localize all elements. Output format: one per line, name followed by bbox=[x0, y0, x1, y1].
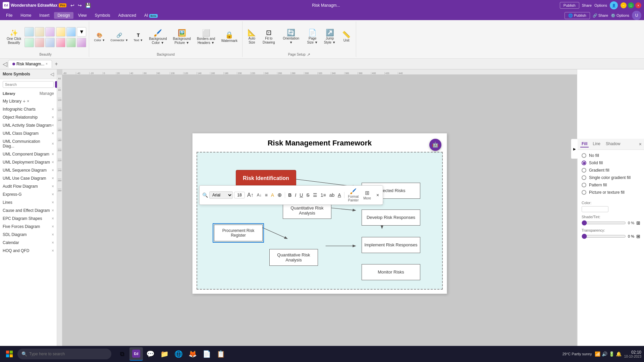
taskbar-edrawmax[interactable]: Ed bbox=[129, 347, 143, 361]
menu-file[interactable]: File bbox=[3, 12, 16, 19]
shape-risk-identification[interactable]: Risk Identification bbox=[236, 170, 296, 187]
sidebar-item-uml-class[interactable]: UML Class Diagram × bbox=[0, 129, 57, 137]
theme-preset-4[interactable] bbox=[24, 38, 34, 47]
text-button[interactable]: T Text ▼ bbox=[131, 31, 145, 43]
theme-preset-2[interactable] bbox=[35, 27, 44, 37]
sidebar-item-calendar[interactable]: Calendar × bbox=[0, 239, 57, 247]
theme-preset-1[interactable] bbox=[24, 27, 34, 37]
system-clock[interactable]: 02:10 10-10-2023 bbox=[624, 350, 641, 358]
share-btn-menu[interactable]: 🔗 Share bbox=[593, 13, 608, 18]
orientation-button[interactable]: 🔄 Orientation ▼ bbox=[279, 28, 303, 46]
sidebar-close-button[interactable]: ◁ bbox=[50, 71, 54, 77]
sidebar-item-close[interactable]: × bbox=[52, 168, 54, 173]
sidebar-item-lines[interactable]: Lines × bbox=[0, 198, 57, 206]
shade-slider[interactable] bbox=[582, 220, 626, 226]
tab-risk-mgmt[interactable]: Risk Managm... × bbox=[8, 60, 52, 68]
sidebar-item-uml-activity[interactable]: UML Activity State Diagram × bbox=[0, 121, 57, 129]
font-size-input[interactable] bbox=[234, 192, 245, 198]
sidebar-collapse-button[interactable]: ◁ bbox=[3, 60, 7, 68]
canvas-area[interactable]: -60 -40 -20 0 20 40 60 80 100 120 140 16… bbox=[57, 69, 577, 352]
strikethrough-button[interactable]: S bbox=[305, 192, 310, 198]
unit-button[interactable]: 📏 Unit bbox=[340, 30, 353, 44]
sidebar-item-uml-comm[interactable]: UML Communication Diag... × bbox=[0, 137, 57, 150]
theme-preset-10[interactable] bbox=[66, 38, 76, 47]
sidebar-item-object-rel[interactable]: Object Relationship × bbox=[0, 113, 57, 121]
shape-monitor-risks[interactable]: Monitor Risks bbox=[362, 264, 420, 280]
shape-quant-risk-2[interactable]: Quantitative Risk Analysis bbox=[269, 249, 318, 266]
share-button[interactable]: Share bbox=[582, 3, 592, 7]
taskbar-search-box[interactable]: 🔍 bbox=[17, 349, 111, 359]
sidebar-item-close[interactable]: × bbox=[52, 216, 54, 221]
sidebar-item-close[interactable]: × bbox=[52, 131, 54, 136]
tray-notification-icon[interactable]: 🔔 bbox=[616, 351, 622, 357]
drawing-area[interactable]: Risk Management Framework bbox=[192, 133, 447, 294]
sidebar-item-close[interactable]: × bbox=[52, 184, 54, 189]
menu-view[interactable]: View bbox=[75, 12, 90, 19]
align-button[interactable]: ≡ bbox=[264, 192, 269, 198]
color-button[interactable]: 🎨 Color ▼ bbox=[92, 31, 107, 43]
menu-insert[interactable]: Insert bbox=[36, 12, 53, 19]
manage-library-button[interactable]: Manage bbox=[40, 91, 54, 96]
solid-fill-radio[interactable] bbox=[582, 161, 586, 165]
taskbar-explorer[interactable]: 📁 bbox=[158, 347, 171, 361]
sidebar-item-uml-deploy[interactable]: UML Deployment Diagram × bbox=[0, 158, 57, 166]
gradient-fill-radio[interactable] bbox=[582, 168, 586, 173]
sidebar-item-cause[interactable]: Cause and Effect Diagram × bbox=[0, 206, 57, 215]
fit-to-drawing-button[interactable]: ⊡ Fit toDrawing bbox=[261, 28, 277, 46]
transparency-slider[interactable] bbox=[582, 234, 626, 239]
shape-implement-risk[interactable]: Implement Risk Responses bbox=[362, 237, 420, 253]
watermark-button[interactable]: 🔒 Watermark bbox=[219, 30, 239, 44]
sidebar-item-close[interactable]: × bbox=[52, 248, 54, 253]
page-setup-expand[interactable]: ↗ bbox=[307, 52, 310, 57]
shade-expand-button[interactable]: ⊞ bbox=[636, 220, 640, 226]
picture-fill-radio[interactable] bbox=[582, 190, 586, 195]
toolbar-close-button[interactable]: × bbox=[375, 192, 380, 198]
search-input[interactable] bbox=[3, 81, 54, 88]
list-button[interactable]: ☰ bbox=[312, 192, 318, 198]
theme-preset-6[interactable] bbox=[45, 38, 55, 47]
sidebar-item-close[interactable]: × bbox=[52, 240, 54, 245]
theme-preset-3[interactable] bbox=[45, 27, 55, 37]
redo-button[interactable]: ↪ bbox=[76, 2, 83, 9]
taskview-button[interactable]: ⧉ bbox=[115, 347, 129, 361]
sidebar-item-audit[interactable]: Audit Flow Diagram × bbox=[0, 182, 57, 190]
canvas[interactable]: Risk Management Framework bbox=[62, 75, 577, 352]
menu-ai[interactable]: AI Beta bbox=[141, 12, 161, 19]
transparency-expand-button[interactable]: ⊞ bbox=[636, 234, 640, 239]
ai-assistant-button[interactable]: 🤖 bbox=[429, 139, 441, 151]
sidebar-item-close[interactable]: × bbox=[52, 192, 54, 197]
num-list-button[interactable]: 1≡ bbox=[320, 192, 327, 198]
auto-size-button[interactable]: 📐 AutoSize bbox=[245, 28, 259, 46]
menu-design[interactable]: Design bbox=[54, 12, 73, 19]
tray-volume-icon[interactable]: 🔊 bbox=[602, 351, 607, 357]
my-library-close-button[interactable]: × bbox=[27, 99, 29, 104]
fill-tab[interactable]: Fill bbox=[580, 141, 589, 147]
sidebar-item-close[interactable]: × bbox=[52, 123, 54, 128]
picture-fill-option[interactable]: Picture or texture fill bbox=[582, 190, 640, 195]
options-btn-menu[interactable]: ⚙️ Options bbox=[611, 13, 629, 18]
single-gradient-radio[interactable] bbox=[582, 175, 586, 180]
tray-battery-icon[interactable]: 🔋 bbox=[609, 351, 614, 357]
menu-home[interactable]: Home bbox=[17, 12, 35, 19]
user-avatar[interactable]: 👤 bbox=[610, 1, 618, 9]
borders-headers-button[interactable]: ⬜ Borders andHeaders ▼ bbox=[195, 28, 217, 46]
maximize-button[interactable]: □ bbox=[628, 2, 634, 8]
solid-fill-option[interactable]: Solid fill bbox=[582, 161, 640, 165]
underline-button[interactable]: U bbox=[299, 192, 304, 198]
sidebar-item-infographic[interactable]: Infographic Charts × bbox=[0, 105, 57, 113]
shadow-tab[interactable]: Shadow bbox=[604, 141, 622, 147]
font-decrease-button[interactable]: A↓ bbox=[256, 192, 263, 198]
theme-preset-7[interactable] bbox=[56, 27, 65, 37]
sidebar-item-close[interactable]: × bbox=[52, 200, 54, 205]
theme-preset-11[interactable] bbox=[77, 38, 86, 47]
sidebar-item-express[interactable]: Express-G × bbox=[0, 190, 57, 198]
add-tab-button[interactable]: + bbox=[53, 60, 60, 68]
my-library-row[interactable]: My Library + × bbox=[0, 97, 57, 105]
publish-button[interactable]: Publish bbox=[560, 2, 579, 9]
sidebar-item-uml-comp[interactable]: UML Component Diagram × bbox=[0, 150, 57, 158]
sidebar-item-close[interactable]: × bbox=[52, 232, 54, 237]
tray-network-icon[interactable]: 📶 bbox=[595, 351, 600, 357]
italic-button[interactable]: I bbox=[294, 192, 297, 198]
sidebar-item-sdl[interactable]: SDL Diagram × bbox=[0, 231, 57, 239]
sidebar-item-hoq[interactable]: HOQ and QFD × bbox=[0, 247, 57, 255]
